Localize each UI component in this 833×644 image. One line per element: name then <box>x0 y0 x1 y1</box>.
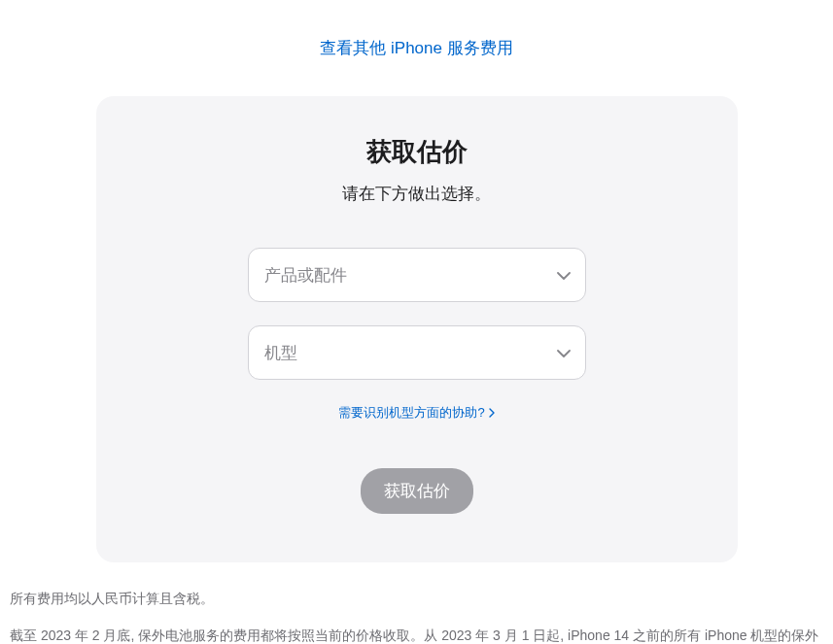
get-estimate-button[interactable]: 获取估价 <box>361 468 473 514</box>
model-select-wrapper: 机型 <box>248 325 586 380</box>
help-link-text: 需要识别机型方面的协助? <box>338 404 484 422</box>
identify-model-help-link[interactable]: 需要识别机型方面的协助? <box>338 404 494 422</box>
estimate-card: 获取估价 请在下方做出选择。 产品或配件 机型 需要识别机型方面的协助? 获取估… <box>96 96 738 562</box>
model-select[interactable]: 机型 <box>248 325 586 380</box>
footer-price-prefix: 截至 2023 年 2 月底, 保外电池服务的费用都将按照当前的价格收取。从 2… <box>10 627 818 644</box>
top-link-container: 查看其他 iPhone 服务费用 <box>0 0 833 96</box>
card-subtitle: 请在下方做出选择。 <box>145 183 689 205</box>
footer-notes: 所有费用均以人民币计算且含税。 截至 2023 年 2 月底, 保外电池服务的费… <box>0 562 833 644</box>
chevron-right-icon <box>489 406 495 421</box>
product-select[interactable]: 产品或配件 <box>248 248 586 302</box>
card-title: 获取估价 <box>145 135 689 169</box>
footer-price-note: 截至 2023 年 2 月底, 保外电池服务的费用都将按照当前的价格收取。从 2… <box>10 625 823 644</box>
product-select-wrapper: 产品或配件 <box>248 248 586 302</box>
footer-tax-note: 所有费用均以人民币计算且含税。 <box>10 588 823 611</box>
other-services-link[interactable]: 查看其他 iPhone 服务费用 <box>320 39 512 57</box>
